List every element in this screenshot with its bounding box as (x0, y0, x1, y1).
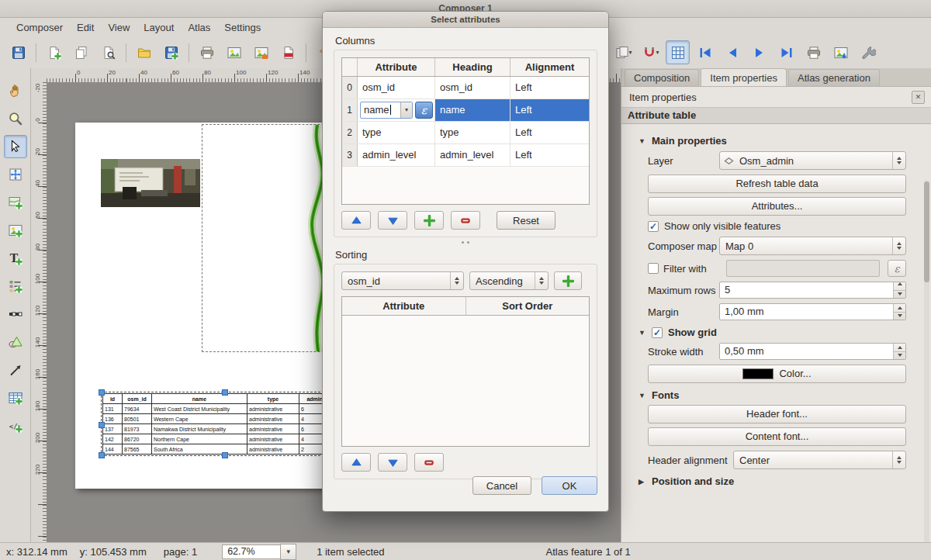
sorting-order-combo[interactable]: Ascending (469, 271, 549, 290)
add-label-tool[interactable]: T (4, 247, 27, 270)
resize-handle[interactable] (222, 389, 228, 396)
resize-handle[interactable] (99, 422, 105, 428)
add-legend-tool[interactable] (4, 275, 27, 298)
atlas-print-button[interactable] (801, 40, 825, 64)
zoom-tool[interactable] (4, 107, 27, 130)
select-move-tool[interactable] (4, 135, 27, 158)
tab-composition[interactable]: Composition (625, 69, 699, 86)
save-button[interactable] (6, 40, 30, 64)
move-content-tool[interactable] (4, 163, 27, 186)
attribute-table-item[interactable]: idosm_idnametypeadmin_level13179634West … (101, 392, 348, 456)
add-map-tool[interactable] (4, 191, 27, 214)
columns-group: Attribute Heading Alignment 0osm_idosm_i… (334, 50, 597, 237)
add-arrow-tool[interactable] (4, 358, 27, 382)
group-main-properties[interactable]: ▼ Main properties (639, 135, 931, 147)
stroke-width-spinner[interactable]: 0,50 mm (719, 343, 906, 360)
content-font-button[interactable]: Content font... (648, 427, 906, 446)
color-button[interactable]: Color... (648, 365, 906, 383)
column-row[interactable]: 0osm_idosm_idLeft (342, 77, 589, 99)
spinner-arrows-icon[interactable] (893, 344, 905, 359)
export-pdf-button[interactable] (276, 40, 300, 64)
attributes-button[interactable]: Attributes... (648, 197, 906, 216)
atlas-preview-button[interactable] (666, 40, 690, 64)
splitter-handle[interactable] (334, 237, 597, 247)
remove-sort-button[interactable] (414, 453, 444, 472)
chevron-down-icon[interactable]: ▾ (400, 102, 412, 118)
panel-scrollbar[interactable] (924, 180, 929, 543)
export-image-button[interactable] (222, 40, 246, 64)
composer-map-combo[interactable]: Map 0 (719, 237, 906, 255)
add-html-tool[interactable]: </> (4, 414, 27, 437)
add-column-button[interactable] (414, 211, 444, 230)
atlas-previous-button[interactable] (720, 40, 744, 64)
composer-manager-button[interactable] (96, 40, 120, 64)
menu-edit[interactable]: Edit (70, 19, 101, 36)
add-scalebar-tool[interactable] (4, 302, 27, 326)
tab-item-properties[interactable]: Item properties (701, 68, 787, 86)
save-as-template-button[interactable] (159, 40, 183, 64)
column-row[interactable]: 2typetypeLeft (342, 122, 589, 144)
print-button[interactable] (195, 40, 219, 64)
move-column-up-button[interactable] (341, 211, 371, 230)
add-table-tool[interactable] (4, 386, 27, 410)
refresh-table-data-button[interactable]: Refresh table data (648, 175, 906, 193)
group-show-grid[interactable]: ▼ Show grid (639, 327, 931, 338)
remove-column-button[interactable] (451, 211, 480, 230)
show-grid-checkbox[interactable] (652, 327, 663, 338)
menu-atlas[interactable]: Atlas (181, 19, 217, 36)
picture-item[interactable] (101, 159, 200, 207)
layer-combo[interactable]: Osm_admin (719, 151, 906, 170)
group-fonts[interactable]: ▼ Fonts (639, 389, 931, 401)
spinner-arrows-icon[interactable] (893, 282, 905, 298)
tab-atlas-generation[interactable]: Atlas generation (788, 69, 880, 86)
scrollbar-thumb[interactable] (924, 181, 929, 282)
atlas-settings-button[interactable] (856, 40, 880, 64)
atlas-export-button[interactable] (829, 40, 853, 64)
expression-builder-button[interactable]: ε (415, 102, 433, 119)
column-row[interactable]: 1name▾εnameLeft (342, 99, 589, 122)
cancel-button[interactable]: Cancel (472, 476, 531, 495)
expression-builder-button[interactable]: ε (888, 260, 906, 277)
header-font-button[interactable]: Header font... (648, 405, 906, 423)
add-image-tool[interactable] (4, 219, 27, 242)
menu-layout[interactable]: Layout (137, 19, 181, 36)
spinner-arrows-icon[interactable] (893, 304, 905, 320)
column-row[interactable]: 3admin_leveladmin_levelLeft (342, 144, 589, 167)
menu-settings[interactable]: Settings (217, 19, 268, 36)
maximum-rows-spinner[interactable]: 5 (719, 282, 906, 299)
atlas-first-button[interactable] (693, 40, 717, 64)
dialog-titlebar[interactable]: Select attributes (323, 12, 608, 28)
zoom-combo[interactable]: 62.7% ▼ (222, 544, 296, 560)
menu-composer[interactable]: Composer (9, 19, 70, 36)
add-shape-tool[interactable] (4, 330, 27, 354)
show-only-visible-checkbox[interactable] (648, 221, 659, 232)
header-alignment-combo[interactable]: Center (733, 451, 906, 469)
group-position-and-size[interactable]: ▶ Position and size (639, 475, 931, 487)
export-svg-button[interactable] (249, 40, 273, 64)
atlas-last-button[interactable] (774, 40, 798, 64)
new-composition-button[interactable] (42, 40, 66, 64)
resize-handle[interactable] (222, 452, 228, 458)
resize-handle[interactable] (99, 389, 105, 396)
snapping-dropdown-button[interactable]: ▾ (639, 40, 663, 64)
move-sort-down-button[interactable] (378, 453, 407, 472)
load-from-template-button[interactable] (132, 40, 156, 64)
reset-button[interactable]: Reset (497, 211, 555, 230)
zoom-value[interactable]: 62.7% (222, 544, 281, 559)
attribute-editor[interactable]: name▾ (360, 102, 413, 119)
menu-view[interactable]: View (101, 19, 137, 36)
filter-with-checkbox[interactable] (648, 263, 659, 274)
pan-tool[interactable] (4, 79, 27, 102)
move-column-down-button[interactable] (378, 211, 407, 230)
ok-button[interactable]: OK (542, 476, 597, 495)
move-sort-up-button[interactable] (341, 453, 371, 472)
resize-handle[interactable] (99, 452, 105, 458)
atlas-next-button[interactable] (747, 40, 771, 64)
margin-spinner[interactable]: 1,00 mm (719, 303, 906, 320)
chevron-down-icon[interactable]: ▼ (280, 544, 296, 560)
add-sort-button[interactable] (554, 271, 582, 290)
duplicate-composition-button[interactable] (69, 40, 93, 64)
add-pages-dropdown-button[interactable]: ▾ (611, 40, 635, 64)
sorting-attribute-combo[interactable]: osm_id (341, 271, 464, 290)
close-panel-icon[interactable]: ✕ (912, 91, 925, 104)
